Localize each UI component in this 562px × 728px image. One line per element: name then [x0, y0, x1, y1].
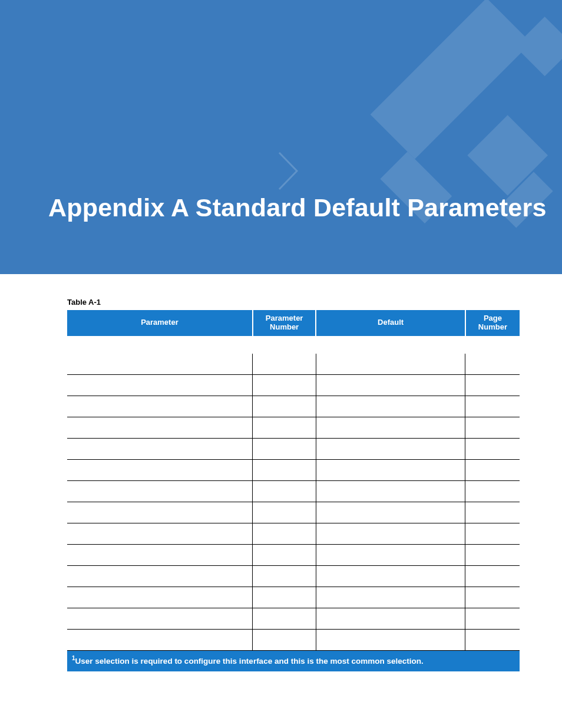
table-row	[67, 375, 520, 396]
cell-number	[253, 587, 316, 608]
cell-parameter	[67, 587, 253, 608]
cell-number	[253, 523, 316, 545]
col-header-parameter: Parameter	[67, 310, 253, 336]
parameters-table: Parameter Parameter Number Default Page …	[67, 310, 520, 651]
cell-number	[253, 375, 316, 396]
cell-page	[465, 502, 520, 523]
col-header-parameter-number: Parameter Number	[253, 310, 316, 336]
cell-number	[253, 417, 316, 439]
cell-parameter	[67, 523, 253, 545]
cell-number	[253, 439, 316, 460]
cell-parameter	[67, 502, 253, 523]
cell-number	[253, 545, 316, 566]
cell-number	[253, 354, 316, 375]
table-row	[67, 439, 520, 460]
cell-default	[316, 587, 465, 608]
table-row	[67, 630, 520, 651]
cell-page	[465, 523, 520, 545]
table-row	[67, 460, 520, 481]
chevron-right-icon	[277, 150, 300, 192]
cell-parameter	[67, 354, 253, 375]
cell-parameter	[67, 481, 253, 502]
cell-page	[465, 396, 520, 417]
table-row	[67, 523, 520, 545]
cell-parameter	[67, 439, 253, 460]
table-caption: Table A-1	[67, 298, 520, 307]
col-header-page-number-l2: Number	[478, 322, 507, 331]
cell-page	[465, 630, 520, 651]
cell-default	[316, 417, 465, 439]
header-band: Appendix A Standard Default Parameters	[0, 0, 562, 274]
cell-parameter	[67, 608, 253, 630]
table-section-row	[67, 336, 520, 354]
table-row	[67, 417, 520, 439]
table-section-label	[67, 336, 520, 354]
table-row	[67, 608, 520, 630]
cell-default	[316, 460, 465, 481]
footnote-text: User selection is required to configure …	[75, 657, 424, 666]
cell-default	[316, 375, 465, 396]
cell-default	[316, 439, 465, 460]
page-title: Appendix A Standard Default Parameters	[48, 193, 547, 222]
cell-parameter	[67, 417, 253, 439]
table-row	[67, 566, 520, 587]
content-area: Table A-1 Parameter Parameter Number Def…	[0, 274, 562, 671]
cell-default	[316, 545, 465, 566]
cell-default	[316, 354, 465, 375]
table-row	[67, 502, 520, 523]
cell-parameter	[67, 545, 253, 566]
table-row	[67, 481, 520, 502]
cell-parameter	[67, 460, 253, 481]
cell-default	[316, 566, 465, 587]
svg-rect-1	[515, 17, 562, 76]
col-header-parameter-number-l2: Number	[270, 322, 299, 331]
cell-number	[253, 460, 316, 481]
cell-number	[253, 502, 316, 523]
col-header-parameter-number-l1: Parameter	[266, 314, 303, 322]
cell-parameter	[67, 375, 253, 396]
cell-number	[253, 396, 316, 417]
cell-parameter	[67, 566, 253, 587]
cell-default	[316, 630, 465, 651]
cell-number	[253, 481, 316, 502]
table-footnote: 1User selection is required to configure…	[67, 651, 520, 671]
cell-page	[465, 587, 520, 608]
cell-number	[253, 608, 316, 630]
cell-page	[465, 608, 520, 630]
cell-default	[316, 523, 465, 545]
cell-number	[253, 566, 316, 587]
cell-default	[316, 502, 465, 523]
col-header-page-number-l1: Page	[484, 314, 502, 322]
col-header-default: Default	[316, 310, 465, 336]
cell-parameter	[67, 396, 253, 417]
cell-number	[253, 630, 316, 651]
cell-parameter	[67, 630, 253, 651]
cell-default	[316, 396, 465, 417]
table-row	[67, 396, 520, 417]
cell-page	[465, 460, 520, 481]
table-row	[67, 354, 520, 375]
cell-page	[465, 481, 520, 502]
table-row	[67, 587, 520, 608]
table-row	[67, 545, 520, 566]
cell-default	[316, 608, 465, 630]
cell-page	[465, 545, 520, 566]
cell-page	[465, 566, 520, 587]
cell-page	[465, 417, 520, 439]
cell-page	[465, 375, 520, 396]
cell-default	[316, 481, 465, 502]
cell-page	[465, 354, 520, 375]
cell-page	[465, 439, 520, 460]
col-header-page-number: Page Number	[465, 310, 520, 336]
